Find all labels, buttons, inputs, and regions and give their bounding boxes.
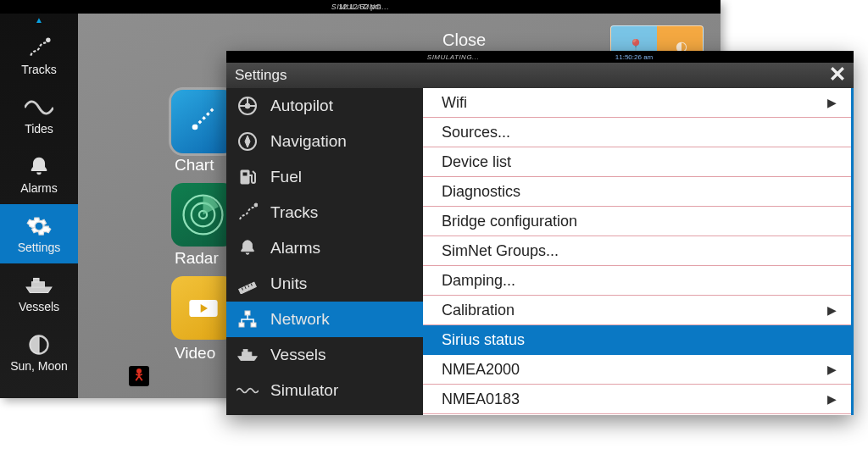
svg-rect-1: [32, 282, 45, 287]
sidebar-item-label: Vessels: [19, 300, 59, 313]
sidebar-item-settings[interactable]: Settings: [0, 204, 78, 263]
option-label: NMEA2000: [442, 361, 520, 379]
sun-moon-icon: [25, 332, 53, 357]
sidebar-scroll-up[interactable]: ▲: [0, 14, 78, 26]
category-units[interactable]: Units: [226, 266, 423, 302]
close-icon[interactable]: [830, 66, 845, 86]
category-label: Tracks: [270, 203, 318, 222]
option-simnet-groups[interactable]: SimNet Groups...: [423, 236, 854, 266]
tile-video-label: Video: [175, 344, 215, 363]
option-wifi[interactable]: Wifi ▶: [423, 88, 854, 118]
category-label: Alarms: [270, 239, 320, 258]
option-calibration[interactable]: Calibration ▶: [423, 296, 854, 325]
option-label: Bridge configuration: [442, 213, 577, 230]
svg-point-0: [47, 38, 50, 42]
category-network[interactable]: Network: [226, 302, 423, 337]
sidebar-item-sun-moon[interactable]: Sun, Moon: [0, 323, 78, 382]
option-nmea2000[interactable]: NMEA2000 ▶: [423, 355, 854, 385]
category-navigation[interactable]: Navigation: [226, 124, 423, 159]
mob-icon[interactable]: [129, 366, 149, 386]
gear-icon: [25, 213, 53, 239]
ship-icon: [25, 273, 53, 298]
option-label: Damping...: [442, 272, 515, 290]
close-button[interactable]: Close: [442, 30, 486, 50]
svg-point-9: [137, 369, 141, 373]
option-label: Sirius status: [442, 331, 525, 349]
ruler-icon: [236, 273, 259, 295]
svg-rect-2: [34, 279, 39, 282]
sidebar-item-alarms[interactable]: Alarms: [0, 145, 78, 204]
tile-radar-label: Radar: [175, 249, 219, 268]
settings-title: Settings: [235, 67, 287, 84]
fuel-pump-icon: [236, 166, 259, 188]
main-sidebar: ▲ Tracks Tides Alarms Settings: [0, 14, 78, 398]
svg-rect-21: [245, 311, 250, 315]
option-label: Device list: [442, 153, 511, 171]
option-diagnostics[interactable]: Diagnostics: [423, 177, 854, 207]
steering-wheel-icon: [236, 95, 259, 117]
svg-rect-22: [239, 323, 244, 327]
bell-icon: [25, 154, 53, 180]
settings-category-list: Autopilot Navigation Fuel Tracks Alarms: [226, 88, 423, 415]
chevron-right-icon: ▶: [827, 303, 837, 317]
chevron-right-icon: ▶: [827, 363, 837, 376]
wave-icon: [236, 380, 259, 402]
sidebar-item-tides[interactable]: Tides: [0, 86, 78, 145]
svg-rect-16: [239, 282, 257, 294]
category-label: Vessels: [270, 346, 326, 364]
tracks-icon: [25, 36, 53, 61]
category-label: Units: [270, 274, 307, 293]
svg-rect-14: [242, 172, 248, 176]
category-autopilot[interactable]: Autopilot: [226, 88, 423, 124]
sidebar-item-vessels[interactable]: Vessels: [0, 263, 78, 323]
scrollbar[interactable]: [851, 88, 854, 415]
category-label: Simulator: [270, 381, 338, 400]
bell-icon: [236, 237, 259, 259]
option-damping[interactable]: Damping...: [423, 266, 854, 296]
compass-icon: [236, 130, 259, 152]
option-label: Wifi: [442, 94, 467, 112]
category-label: Fuel: [270, 168, 302, 186]
chevron-right-icon: ▶: [827, 96, 837, 109]
settings-body: Autopilot Navigation Fuel Tracks Alarms: [226, 88, 854, 415]
category-label: Network: [270, 310, 330, 329]
sidebar-item-label: Tracks: [21, 63, 56, 76]
back-status-bar: SIMULATING... 12:12:52 pm: [0, 0, 721, 14]
front-status-time: 11:50:26 am: [615, 53, 653, 61]
tides-icon: [25, 95, 53, 120]
svg-rect-24: [242, 352, 252, 357]
settings-dialog: SIMULATING... 11:50:26 am Settings Autop…: [226, 51, 854, 415]
settings-header: Settings: [226, 63, 854, 88]
tile-chart[interactable]: [171, 90, 235, 153]
category-vessels[interactable]: Vessels: [226, 337, 423, 373]
sidebar-item-label: Tides: [25, 122, 53, 136]
option-label: Sources...: [442, 124, 510, 141]
svg-point-15: [254, 203, 258, 207]
option-sources[interactable]: Sources...: [423, 118, 854, 147]
category-simulator[interactable]: Simulator: [226, 373, 423, 408]
svg-rect-23: [251, 323, 256, 327]
tile-video[interactable]: [171, 276, 235, 340]
category-fuel[interactable]: Fuel: [226, 159, 423, 195]
category-tracks[interactable]: Tracks: [226, 195, 423, 230]
sidebar-item-tracks[interactable]: Tracks: [0, 26, 78, 86]
option-label: SimNet Groups...: [442, 242, 559, 260]
sidebar-item-label: Alarms: [20, 181, 58, 195]
settings-option-list: Wifi ▶ Sources... Device list Diagnostic…: [423, 88, 854, 415]
front-status-bar: SIMULATING... 11:50:26 am: [226, 51, 854, 63]
tile-chart-label: Chart: [175, 156, 214, 175]
tile-radar[interactable]: [171, 183, 235, 247]
tracks-icon: [236, 202, 259, 224]
option-device-list[interactable]: Device list: [423, 147, 854, 177]
option-label: Calibration: [442, 302, 515, 319]
chevron-right-icon: ▶: [827, 392, 837, 406]
option-label: NMEA0183: [442, 391, 520, 408]
option-nmea0183[interactable]: NMEA0183 ▶: [423, 385, 854, 414]
network-icon: [236, 308, 259, 330]
category-label: Autopilot: [270, 97, 333, 115]
option-label: Diagnostics: [442, 183, 520, 201]
front-status-text: SIMULATING...: [427, 53, 479, 61]
option-sirius-status[interactable]: Sirius status: [423, 325, 854, 355]
category-alarms[interactable]: Alarms: [226, 230, 423, 266]
option-bridge-configuration[interactable]: Bridge configuration: [423, 207, 854, 236]
